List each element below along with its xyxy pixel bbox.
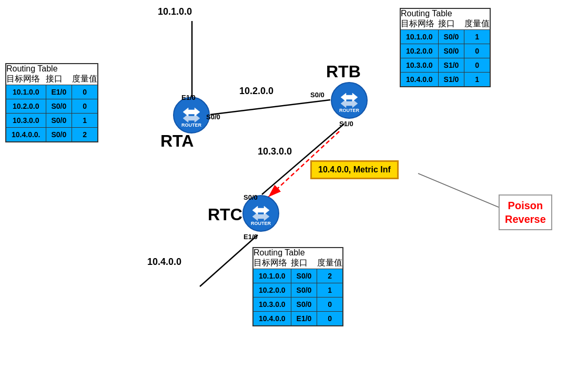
network-10400: 10.4.0.0 [147, 256, 181, 268]
rtc-table-title-row: Routing Table [253, 248, 343, 258]
rtb-s10-label: S1/0 [339, 120, 353, 128]
network-10300: 10.3.0.0 [258, 146, 292, 157]
rtc-table-header-row: 目标网络 接口 度量值 [253, 258, 343, 269]
rtc-row-3: 10.3.0.0S0/00 [253, 297, 343, 312]
rta-row-3: 10.3.0.0S0/01 [6, 114, 98, 128]
rtb-label: RTB [326, 62, 361, 81]
rtb-row-4: 10.4.0.0S1/01 [400, 73, 490, 87]
rtb-table-title-row: Routing Table [400, 8, 490, 18]
metric-inf-box: 10.4.0.0, Metric Inf [310, 160, 399, 179]
rtb-row-1: 10.1.0.0S0/01 [400, 30, 490, 44]
rtb-row-2: 10.2.0.0S0/00 [400, 44, 490, 58]
svg-text:ROUTER: ROUTER [251, 221, 271, 226]
rta-row-4: 10.4.0.0.S0/02 [6, 128, 98, 142]
poison-reverse-label: PoisonReverse [499, 194, 552, 230]
rtb-s00-label: S0/0 [310, 91, 325, 99]
rta-row-1: 10.1.0.0E1/00 [6, 85, 98, 99]
network-10100: 10.1.0.0 [158, 6, 192, 17]
rta-routing-table: Routing Table 目标网络 接口 度量值 10.1.0.0E1/00 … [5, 63, 98, 142]
rtc-s00-label: S0/0 [244, 193, 258, 201]
rta-e10-label: E1/0 [181, 94, 196, 101]
network-10200: 10.2.0.0 [239, 86, 273, 97]
rtc-label: RTC [208, 205, 242, 224]
rta-table-header-row: 目标网络 接口 度量值 [6, 74, 98, 85]
rtb-router: ROUTER [330, 81, 368, 121]
rtb-routing-table: Routing Table 目标网络 接口 度量值 10.1.0.0S0/01 … [400, 8, 491, 87]
rta-s00-label: S0/0 [206, 113, 220, 121]
rtc-row-1: 10.1.0.0S0/02 [253, 269, 343, 283]
rta-table-title-row: Routing Table [6, 64, 98, 74]
rtb-row-3: 10.3.0.0S1/00 [400, 58, 490, 73]
rtc-row-4: 10.4.0.0E1/00 [253, 312, 343, 326]
rtc-row-2: 10.2.0.0S0/01 [253, 283, 343, 297]
svg-line-3 [200, 235, 258, 286]
svg-line-2 [262, 124, 344, 194]
rtb-table-header-row: 目标网络 接口 度量值 [400, 18, 490, 30]
rta-label: RTA [160, 131, 194, 151]
rta-router: ROUTER [173, 96, 210, 136]
svg-line-1 [210, 100, 330, 115]
svg-line-6 [418, 173, 500, 208]
rtc-routing-table: Routing Table 目标网络 接口 度量值 10.1.0.0S0/02 … [252, 247, 343, 326]
svg-text:ROUTER: ROUTER [339, 108, 360, 113]
rtc-e10-label: E1/0 [244, 233, 258, 241]
rta-row-2: 10.2.0.0S0/00 [6, 99, 98, 114]
svg-text:ROUTER: ROUTER [181, 122, 202, 128]
